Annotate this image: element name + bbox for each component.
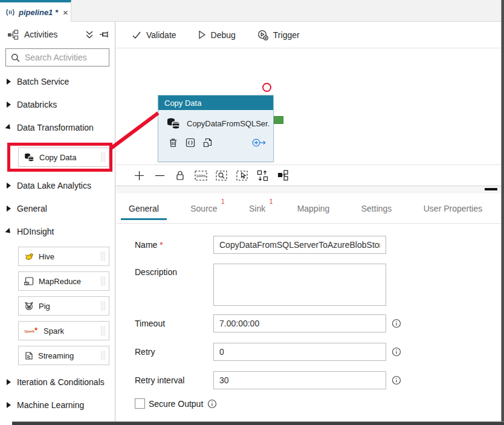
tab-title: pipeline1 * xyxy=(19,8,58,17)
search-icon xyxy=(11,53,20,62)
sidebar-item-mapreduce[interactable]: MapReduce xyxy=(18,271,109,291)
required-marker: * xyxy=(160,240,163,250)
chevron-right-icon xyxy=(7,79,11,85)
description-field[interactable] xyxy=(213,264,386,306)
reset-zoom-icon[interactable] xyxy=(256,169,269,182)
name-label: Name* xyxy=(135,240,213,250)
auto-layout-icon[interactable] xyxy=(276,169,289,182)
sidebar-item-databricks[interactable]: Databricks xyxy=(0,93,115,116)
pig-icon xyxy=(24,302,34,311)
window-edge-right xyxy=(501,0,504,425)
timeout-field[interactable] xyxy=(213,314,386,333)
tab-sink[interactable]: Sink 1 xyxy=(241,193,273,223)
drag-handle[interactable] xyxy=(101,326,105,336)
activities-icon xyxy=(7,30,19,40)
annotation-highlight-box: Copy Data xyxy=(7,143,112,172)
sidebar-item-iteration-conditionals[interactable]: Iteration & Conditionals xyxy=(0,371,115,394)
drag-handle[interactable] xyxy=(101,152,105,162)
sidebar-item-spark[interactable]: Spark Spark xyxy=(18,321,109,340)
sidebar-item-machine-learning[interactable]: Machine Learning xyxy=(0,394,115,417)
close-icon[interactable]: × xyxy=(62,8,69,17)
properties-tabs: General Source 1 Sink 1 Mapping Settings… xyxy=(116,193,501,224)
clone-icon[interactable] xyxy=(203,138,212,148)
zoom-in-icon[interactable] xyxy=(132,169,146,182)
chevron-expanded-icon xyxy=(5,124,12,131)
zoom-100-icon[interactable]: 100% xyxy=(194,169,207,182)
tab-general[interactable]: General xyxy=(121,193,167,223)
error-badge: 1 xyxy=(221,198,225,205)
activity-name: CopyDataFromSQLSer.. xyxy=(187,119,270,128)
timeout-label: Timeout xyxy=(135,319,213,328)
search-input[interactable] xyxy=(25,53,104,62)
sidebar-item-batch-service[interactable]: Batch Service xyxy=(0,70,115,93)
sidebar-item-hdinsight[interactable]: HDInsight xyxy=(0,220,115,243)
minimize-panel-handle[interactable] xyxy=(485,188,497,190)
zoom-level-label: 100% xyxy=(196,174,205,178)
select-icon[interactable] xyxy=(235,169,248,182)
activities-header: Activities xyxy=(0,22,115,47)
collapse-all-icon[interactable] xyxy=(85,30,94,39)
checkmark-icon xyxy=(132,31,141,39)
info-icon[interactable] xyxy=(392,347,401,357)
info-icon[interactable] xyxy=(207,399,217,409)
activity-header: Copy Data xyxy=(158,96,273,110)
svg-text:Spark: Spark xyxy=(24,329,35,334)
sidebar-item-streaming[interactable]: Streaming xyxy=(18,346,109,365)
retry-interval-label: Retry interval xyxy=(135,375,213,385)
drag-handle[interactable] xyxy=(101,251,105,261)
canvas-toolbar: 100% xyxy=(116,164,501,186)
tab-pipeline1[interactable]: pipeline1 * × xyxy=(0,0,71,22)
trigger-icon xyxy=(257,30,268,41)
spark-icon: Spark xyxy=(24,326,39,335)
tab-user-properties[interactable]: User Properties xyxy=(416,193,490,223)
sidebar-item-general[interactable]: General xyxy=(0,197,115,220)
copy-data-icon xyxy=(166,117,181,129)
validate-button[interactable]: Validate xyxy=(132,30,176,40)
name-field[interactable] xyxy=(213,236,386,254)
retry-field[interactable] xyxy=(213,343,386,361)
pipeline-canvas[interactable]: Copy Data CopyDataFromSQLSer.. xyxy=(116,48,501,164)
tab-mapping[interactable]: Mapping xyxy=(289,193,338,223)
tab-settings[interactable]: Settings xyxy=(354,193,400,223)
code-icon[interactable] xyxy=(186,138,195,148)
streaming-icon xyxy=(24,351,33,360)
retry-interval-field[interactable] xyxy=(213,371,386,389)
tab-bar: pipeline1 * × xyxy=(0,0,501,22)
properties-panel-header xyxy=(116,186,501,193)
sidebar-item-hive[interactable]: Hive xyxy=(18,247,109,266)
sidebar-item-pig[interactable]: Pig xyxy=(18,296,109,316)
pipeline-editor: Validate Debug Trigger Copy Data xyxy=(116,22,501,421)
info-icon[interactable] xyxy=(392,319,401,328)
copy-data-activity[interactable]: Copy Data CopyDataFromSQLSer.. xyxy=(158,95,274,162)
chevron-expanded-icon xyxy=(5,228,12,235)
hive-icon xyxy=(24,252,34,261)
trigger-button[interactable]: Trigger xyxy=(257,30,300,41)
retry-label: Retry xyxy=(135,347,213,357)
sidebar-item-data-lake-analytics[interactable]: Data Lake Analytics xyxy=(0,174,115,197)
add-output-icon[interactable] xyxy=(252,138,266,148)
search-box[interactable] xyxy=(5,48,109,67)
window-edge-bottom xyxy=(12,421,504,425)
tab-source[interactable]: Source 1 xyxy=(183,193,225,223)
drag-handle[interactable] xyxy=(101,301,105,311)
chevron-right-icon xyxy=(7,402,11,408)
lock-icon[interactable] xyxy=(173,169,187,182)
debug-button[interactable]: Debug xyxy=(198,30,236,40)
general-form: Name* Description Timeout Retry xyxy=(116,224,501,421)
drag-handle[interactable] xyxy=(101,351,105,360)
play-icon xyxy=(198,30,206,39)
delete-icon[interactable] xyxy=(169,138,178,148)
drag-handle[interactable] xyxy=(101,276,105,286)
sidebar-item-copy-data[interactable]: Copy Data xyxy=(18,148,109,167)
chevron-right-icon xyxy=(7,206,11,212)
info-icon[interactable] xyxy=(392,375,401,385)
secure-output-label: Secure Output xyxy=(149,399,203,409)
error-badge: 1 xyxy=(270,198,273,205)
zoom-out-icon[interactable] xyxy=(153,169,166,182)
chevron-right-icon xyxy=(7,183,11,189)
sidebar-item-data-transformation[interactable]: Data Transformation xyxy=(0,116,115,139)
zoom-to-fit-icon[interactable] xyxy=(215,169,228,182)
secure-output-checkbox[interactable] xyxy=(135,398,145,409)
pin-icon[interactable] xyxy=(99,30,109,39)
output-port[interactable] xyxy=(274,116,283,124)
